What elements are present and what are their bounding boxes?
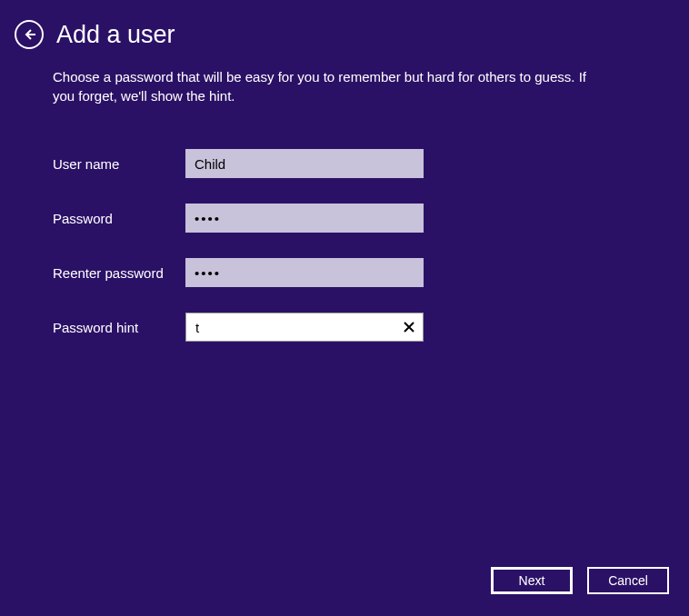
password-label: Password (53, 211, 185, 226)
back-button[interactable] (15, 20, 44, 49)
reenter-password-row: Reenter password (53, 258, 689, 287)
reenter-password-label: Reenter password (53, 265, 185, 281)
password-row: Password (53, 204, 689, 233)
username-row: User name (53, 149, 689, 178)
password-hint-input[interactable] (186, 313, 395, 341)
reenter-password-input[interactable] (185, 258, 424, 287)
password-hint-label: Password hint (53, 320, 185, 335)
page-description: Choose a password that will be easy for … (0, 49, 636, 105)
page-header: Add a user (0, 0, 689, 49)
password-hint-wrapper (185, 313, 424, 342)
close-icon (403, 321, 415, 333)
cancel-button[interactable]: Cancel (587, 567, 669, 594)
footer-buttons: Next Cancel (491, 567, 669, 594)
page-title: Add a user (56, 21, 175, 49)
clear-hint-button[interactable] (395, 313, 423, 341)
password-input[interactable] (185, 204, 424, 233)
username-input[interactable] (185, 149, 424, 178)
next-button[interactable]: Next (491, 567, 573, 594)
user-form: User name Password Reenter password Pass… (0, 105, 689, 342)
password-hint-row: Password hint (53, 313, 689, 342)
username-label: User name (53, 156, 185, 172)
back-arrow-icon (22, 27, 36, 42)
